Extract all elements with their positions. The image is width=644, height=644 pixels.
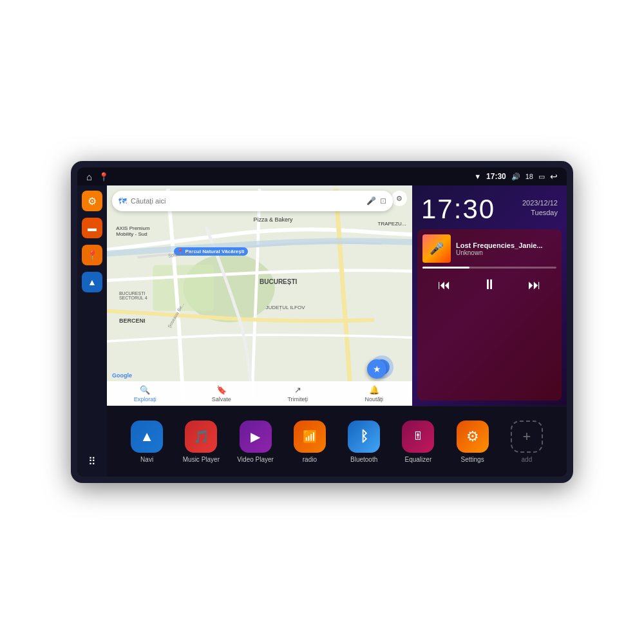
navigation-icon: ▲ <box>88 277 97 287</box>
status-left: ⌂ 📍 <box>86 171 109 182</box>
add-label: add <box>522 456 533 463</box>
wifi-icon: ▼ <box>474 173 481 180</box>
radio-label: radio <box>303 456 317 463</box>
app-navi[interactable]: ▲ Navi <box>127 421 167 463</box>
status-bar: ⌂ 📍 ▼ 17:30 🔊 18 ▭ ↩ <box>77 167 567 185</box>
map-settings-icon[interactable]: ⚙ <box>392 191 407 206</box>
explore-label: Explorați <box>134 396 156 402</box>
album-art: 🎤 <box>422 234 451 263</box>
sidebar: ⚙ ▬ 📍 ▲ ⠿ <box>77 185 107 477</box>
map-nav-saved[interactable]: 🔖 Salvate <box>184 385 260 402</box>
google-logo: Google <box>112 372 132 379</box>
app-radio[interactable]: 📶 radio <box>290 421 330 463</box>
bluetooth-label: Bluetooth <box>350 456 377 463</box>
center-panel: 🗺 🎤 ⊡ AXIS PremiumMobility - Sud Pizza &… <box>107 185 567 477</box>
battery-level: 18 <box>526 173 533 180</box>
back-icon[interactable]: ↩ <box>550 171 558 182</box>
pause-button[interactable]: ⏸ <box>480 274 499 296</box>
map-background: 🗺 🎤 ⊡ AXIS PremiumMobility - Sud Pizza &… <box>107 185 412 406</box>
add-icon: + <box>511 421 543 453</box>
home-icon[interactable]: ⌂ <box>86 171 92 182</box>
app-settings[interactable]: ⚙ Settings <box>453 421 493 463</box>
equalizer-icon: 🎚 <box>402 421 434 453</box>
clock-date-line1: 2023/12/12 <box>522 198 558 208</box>
device: ⌂ 📍 ▼ 17:30 🔊 18 ▭ ↩ ⚙ ▬ <box>71 161 573 483</box>
equalizer-label: Equalizer <box>405 456 432 463</box>
settings-icon: ⚙ <box>457 421 489 453</box>
map-nav-news[interactable]: 🔔 Noutăți <box>336 385 413 402</box>
inbox-icon: ▬ <box>88 223 97 233</box>
settings-label: Settings <box>461 456 484 463</box>
app-add[interactable]: + add <box>507 421 547 463</box>
place-sector4: BUCUREȘTISECTORUL 4 <box>119 291 147 300</box>
place-axis: AXIS PremiumMobility - Sud <box>116 225 149 238</box>
place-trapez: TRAPEZU... <box>378 221 406 227</box>
explore-icon: 🔍 <box>140 385 150 395</box>
news-label: Noutăți <box>365 396 383 402</box>
map-container: 🗺 🎤 ⊡ AXIS PremiumMobility - Sud Pizza &… <box>107 185 412 406</box>
place-bucuresti: BUCUREȘTI <box>260 278 297 285</box>
place-judet: JUDEȚUL ILFOV <box>265 305 305 310</box>
music-section: 🎤 Lost Frequencies_Janie... Unknown <box>417 229 562 401</box>
music-player-icon: 🎵 <box>185 421 217 453</box>
status-time: 17:30 <box>486 172 506 181</box>
gear-icon: ⚙ <box>88 195 97 207</box>
maps-icon[interactable]: 📍 <box>99 172 109 182</box>
map-bottom-nav: 🔍 Explorați 🔖 Salvate ↗ Trimiteți <box>107 381 412 406</box>
app-video-player[interactable]: ▶ Video Player <box>236 421 276 463</box>
volume-icon: 🔊 <box>511 173 520 181</box>
main-content: ⚙ ▬ 📍 ▲ ⠿ <box>77 185 567 477</box>
music-info-row: 🎤 Lost Frequencies_Janie... Unknown <box>422 234 556 263</box>
sidebar-grid-btn[interactable]: ⠿ <box>82 451 102 471</box>
map-search-input[interactable] <box>131 197 363 205</box>
battery-icon: ▭ <box>538 173 545 181</box>
music-title: Lost Frequencies_Janie... <box>456 242 556 249</box>
map-search-bar[interactable]: 🗺 🎤 ⊡ <box>112 191 393 211</box>
layers-icon[interactable]: ⊡ <box>380 196 386 205</box>
top-row: 🗺 🎤 ⊡ AXIS PremiumMobility - Sud Pizza &… <box>107 185 567 406</box>
clock-time: 17:30 <box>421 196 495 223</box>
map-nav-explore[interactable]: 🔍 Explorați <box>107 385 184 402</box>
place-pizza: Pizza & Bakery <box>254 216 293 223</box>
apps-row: ▲ Navi 🎵 Music Player ▶ <box>107 406 567 477</box>
music-artist: Unknown <box>456 249 556 256</box>
send-icon: ↗ <box>294 385 301 395</box>
app-equalizer[interactable]: 🎚 Equalizer <box>398 421 438 463</box>
screen: ⌂ 📍 ▼ 17:30 🔊 18 ▭ ↩ ⚙ ▬ <box>77 167 567 477</box>
video-player-icon: ▶ <box>240 421 272 453</box>
grid-icon: ⠿ <box>88 455 96 468</box>
sidebar-inbox-btn[interactable]: ▬ <box>82 218 102 238</box>
app-music-player[interactable]: 🎵 Music Player <box>181 421 221 463</box>
sidebar-settings-btn[interactable]: ⚙ <box>82 191 102 211</box>
map-section: 🗺 🎤 ⊡ AXIS PremiumMobility - Sud Pizza &… <box>107 185 412 406</box>
music-progress-fill <box>422 267 469 269</box>
navigate-button[interactable]: ★ <box>367 359 386 379</box>
clock-date-line2: Tuesday <box>522 208 558 218</box>
clock-section: 17:30 2023/12/12 Tuesday <box>412 185 567 229</box>
navi-label: Navi <box>140 456 153 463</box>
notifications-icon: 🔔 <box>369 385 379 395</box>
music-progress-bar[interactable] <box>422 267 556 269</box>
music-controls: ⏮ ⏸ ⏭ <box>422 274 556 296</box>
sidebar-nav-btn[interactable]: ▲ <box>82 272 102 292</box>
next-button[interactable]: ⏭ <box>526 275 544 295</box>
sidebar-maps-btn[interactable]: 📍 <box>82 245 102 265</box>
navi-icon: ▲ <box>131 421 163 453</box>
prev-button[interactable]: ⏮ <box>435 275 453 295</box>
map-nav-send[interactable]: ↗ Trimiteți <box>260 385 336 402</box>
clock-date: 2023/12/12 Tuesday <box>522 198 558 218</box>
radio-icon: 📶 <box>294 421 326 453</box>
right-panel: 17:30 2023/12/12 Tuesday 🎤 Lost <box>412 185 567 406</box>
saved-icon: 🔖 <box>216 385 227 395</box>
app-bluetooth[interactable]: ᛒ Bluetooth <box>344 421 384 463</box>
bluetooth-icon: ᛒ <box>348 421 380 453</box>
place-berceni: BERCENI <box>119 317 146 324</box>
music-text: Lost Frequencies_Janie... Unknown <box>456 242 556 256</box>
send-label: Trimiteți <box>287 396 308 402</box>
map-pin-icon: 📍 <box>87 250 98 260</box>
status-right: ▼ 17:30 🔊 18 ▭ ↩ <box>474 171 558 182</box>
mic-icon[interactable]: 🎤 <box>366 196 376 205</box>
video-player-label: Video Player <box>237 456 274 463</box>
music-player-label: Music Player <box>183 456 220 463</box>
saved-label: Salvate <box>212 396 231 402</box>
